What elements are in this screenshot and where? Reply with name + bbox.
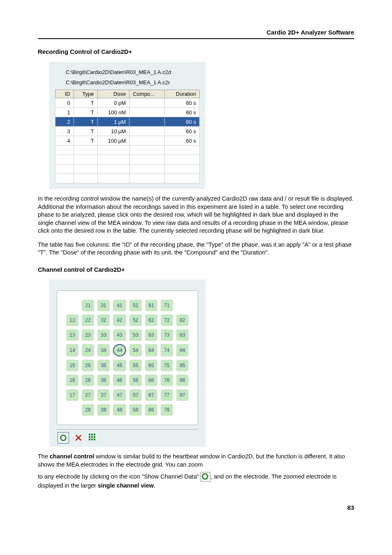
electrode-74[interactable]: 74 [161, 344, 173, 356]
header-divider [38, 38, 354, 39]
table-row[interactable]: 4T100 µM60 s [55, 136, 200, 146]
table-row[interactable]: 3T10 µM60 s [55, 127, 200, 136]
electrode-77[interactable]: 77 [161, 389, 173, 401]
col-type[interactable]: Type [74, 90, 97, 98]
show-channel-data-button[interactable] [58, 432, 69, 444]
electrode-16[interactable]: 16 [66, 375, 78, 386]
svg-rect-4 [91, 434, 93, 435]
electrode-37[interactable]: 37 [97, 389, 110, 401]
electrode-75[interactable]: 75 [161, 360, 173, 371]
electrode-48[interactable]: 48 [113, 404, 126, 416]
table-row[interactable]: 2T1 µM60 s [55, 117, 200, 127]
electrode-83[interactable]: 83 [176, 329, 189, 341]
channel-control-heading: Channel control of Cardio2D+ [38, 266, 354, 273]
channel-toolbar [57, 429, 198, 444]
electrode-71[interactable]: 71 [161, 300, 173, 311]
electrode-72[interactable]: 72 [161, 314, 173, 326]
table-row[interactable]: 0T0 pM60 s [55, 98, 200, 108]
svg-point-0 [61, 435, 66, 441]
table-header-row[interactable]: ID Type Dose Compo... Duration [55, 90, 200, 98]
table-row-empty[interactable] [55, 155, 200, 164]
electrode-64[interactable]: 64 [145, 344, 157, 356]
electrode-42[interactable]: 42 [113, 314, 126, 326]
raw-data-path: C:\Birgit\Cardio2D\Daten\R03_MEA_1 A.c2d [66, 69, 200, 75]
electrode-84[interactable]: 84 [176, 344, 189, 356]
electrode-14[interactable]: 14 [66, 344, 78, 356]
electrode-grid[interactable]: 2131415161711222324252627282132333435363… [63, 296, 192, 419]
electrode-31[interactable]: 31 [97, 300, 110, 311]
electrode-62[interactable]: 62 [145, 314, 157, 326]
electrode-25[interactable]: 25 [82, 360, 94, 371]
table-row-empty[interactable] [55, 174, 200, 183]
channel-control-panel: 2131415161711222324252627282132333435363… [49, 280, 205, 447]
col-dose[interactable]: Dose [97, 90, 129, 98]
electrode-36[interactable]: 36 [97, 375, 110, 386]
svg-rect-7 [91, 436, 93, 438]
grid-view-button[interactable] [88, 433, 96, 443]
electrode-12[interactable]: 12 [66, 314, 78, 326]
electrode-86[interactable]: 86 [176, 375, 189, 386]
electrode-27[interactable]: 27 [82, 389, 94, 401]
electrode-17[interactable]: 17 [66, 389, 78, 401]
col-id[interactable]: ID [55, 90, 74, 98]
electrode-82[interactable]: 82 [176, 314, 189, 326]
electrode-44[interactable]: 44 [113, 344, 126, 356]
recording-para-1: In the recording control window the name… [38, 195, 354, 235]
electrode-22[interactable]: 22 [82, 314, 94, 326]
svg-rect-11 [94, 439, 95, 440]
electrode-34[interactable]: 34 [97, 344, 110, 356]
deselect-button[interactable] [73, 432, 84, 443]
electrode-55[interactable]: 55 [129, 360, 142, 371]
electrode-61[interactable]: 61 [145, 300, 157, 311]
electrode-23[interactable]: 23 [82, 329, 94, 341]
electrode-67[interactable]: 67 [145, 389, 157, 401]
electrode-43[interactable]: 43 [113, 329, 126, 341]
electrode-41[interactable]: 41 [113, 300, 126, 311]
svg-rect-5 [94, 434, 95, 435]
electrode-66[interactable]: 66 [145, 375, 157, 386]
electrode-21[interactable]: 21 [82, 300, 94, 311]
electrode-35[interactable]: 35 [97, 360, 110, 371]
electrode-68[interactable]: 68 [145, 404, 157, 416]
electrode-76[interactable]: 76 [161, 375, 173, 386]
channel-para-1: The channel control window is similar bu… [38, 453, 354, 469]
electrode-85[interactable]: 85 [176, 360, 189, 371]
electrode-58[interactable]: 58 [129, 404, 142, 416]
recording-para-2: The table has five columns: the "ID" of … [38, 241, 354, 257]
col-duration[interactable]: Duration [165, 90, 200, 98]
electrode-24[interactable]: 24 [82, 344, 94, 356]
electrode-45[interactable]: 45 [113, 360, 126, 371]
electrode-63[interactable]: 63 [145, 329, 157, 341]
electrode-26[interactable]: 26 [82, 375, 94, 386]
table-row-empty[interactable] [55, 146, 200, 155]
electrode-28[interactable]: 28 [82, 404, 94, 416]
electrode-56[interactable]: 56 [129, 375, 142, 386]
grid-view-icon [88, 433, 96, 441]
electrode-47[interactable]: 47 [113, 389, 126, 401]
electrode-empty [66, 404, 78, 416]
svg-point-12 [203, 474, 208, 479]
table-row-empty[interactable] [55, 164, 200, 174]
electrode-38[interactable]: 38 [97, 404, 110, 416]
electrode-73[interactable]: 73 [161, 329, 173, 341]
electrode-78[interactable]: 78 [161, 404, 173, 416]
electrode-57[interactable]: 57 [129, 389, 142, 401]
electrode-52[interactable]: 52 [129, 314, 142, 326]
recording-phase-table[interactable]: ID Type Dose Compo... Duration 0T0 pM60 … [55, 90, 200, 183]
electrode-empty [66, 300, 78, 311]
electrode-65[interactable]: 65 [145, 360, 157, 371]
electrode-32[interactable]: 32 [97, 314, 110, 326]
electrode-33[interactable]: 33 [97, 329, 110, 341]
table-row[interactable]: 1T100 nM60 s [55, 108, 200, 117]
recording-control-panel: C:\Birgit\Cardio2D\Daten\R03_MEA_1 A.c2d… [49, 62, 205, 189]
electrode-87[interactable]: 87 [176, 389, 189, 401]
electrode-13[interactable]: 13 [66, 329, 78, 341]
electrode-grid-box: 2131415161711222324252627282132333435363… [57, 290, 198, 425]
electrode-46[interactable]: 46 [113, 375, 126, 386]
electrode-15[interactable]: 15 [66, 360, 78, 371]
electrode-53[interactable]: 53 [129, 329, 142, 341]
svg-rect-3 [89, 434, 90, 435]
electrode-51[interactable]: 51 [129, 300, 142, 311]
electrode-54[interactable]: 54 [129, 344, 142, 356]
col-compo[interactable]: Compo... [129, 90, 165, 98]
